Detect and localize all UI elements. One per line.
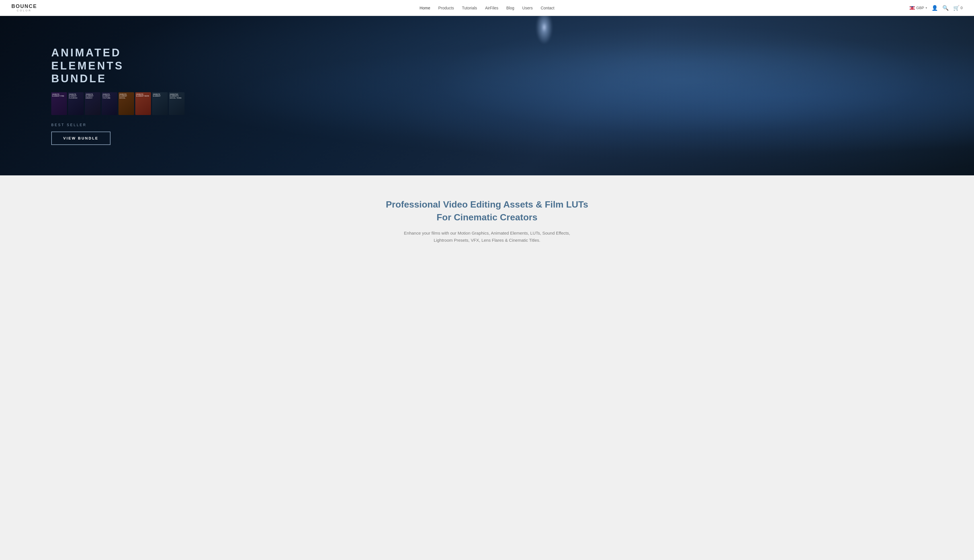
nav-link-products[interactable]: Products: [438, 6, 454, 10]
nav-item-airfiles[interactable]: AirFiles: [485, 5, 499, 10]
product-box-label-0: ANIMATE ELEMENT FINE: [52, 93, 66, 97]
product-box-6[interactable]: ANIMATE ELEMENT: [152, 92, 168, 115]
product-box-label-2: ANIMATE ELEMENT ENERGY: [86, 93, 100, 99]
cart-count: 0: [961, 6, 962, 10]
nav-link-airfiles[interactable]: AirFiles: [485, 6, 499, 10]
nav-links: Home Products Tutorials AirFiles Blog Us…: [420, 5, 554, 10]
cart-button[interactable]: 🛒 0: [953, 5, 962, 11]
product-box-0[interactable]: ANIMATE ELEMENT FINE: [51, 92, 67, 115]
hero-light-glow: [536, 16, 553, 44]
hero-title-line2: BUNDLE: [51, 73, 107, 85]
product-box-label-1: ANIMATE ELEMENT FLOURISH: [69, 93, 83, 99]
hero-title-line1: ANIMATED ELEMENTS: [51, 47, 124, 72]
logo-main: BOUNCE: [12, 4, 37, 9]
cart-icon: 🛒: [953, 5, 959, 11]
product-box-4[interactable]: ANIMATE ELEMENT SOCIAL: [118, 92, 134, 115]
currency-chevron-icon: ▾: [926, 6, 927, 9]
logo[interactable]: BOUNCE COLOR: [12, 4, 37, 12]
hero-content: ANIMATED ELEMENTS BUNDLE ANIMATE ELEMENT…: [51, 47, 185, 145]
hero-badge: BEST SELLER: [51, 123, 185, 127]
below-fold-subtitle: Enhance your films with our Motion Graph…: [396, 230, 578, 244]
user-icon[interactable]: 👤: [932, 5, 938, 11]
product-box-label-5: ANIMATE ELEMENT NEON: [136, 93, 150, 97]
nav-link-blog[interactable]: Blog: [506, 6, 514, 10]
product-box-label-3: ANIMATE ELEMENT YOUTUBE: [103, 93, 117, 99]
nav-link-tutorials[interactable]: Tutorials: [462, 6, 477, 10]
logo-sub: COLOR: [12, 9, 37, 12]
nav-item-contact[interactable]: Contact: [540, 5, 554, 10]
below-fold-title-line: Professional Video Editing Assets & Film…: [386, 199, 589, 210]
product-box-7[interactable]: ANIMATED ELEMENTS SOCIAL TKING: [169, 92, 185, 115]
nav-link-users[interactable]: Users: [522, 6, 533, 10]
product-box-label-7: ANIMATED ELEMENTS SOCIAL TKING: [170, 93, 184, 99]
hero-camera-bg: [244, 16, 974, 175]
search-icon[interactable]: 🔍: [942, 5, 949, 11]
product-box-5[interactable]: ANIMATE ELEMENT NEON: [135, 92, 151, 115]
flag-icon-gbp: [910, 6, 915, 10]
currency-label: GBP: [916, 6, 924, 10]
product-box-2[interactable]: ANIMATE ELEMENT ENERGY: [85, 92, 100, 115]
nav-item-tutorials[interactable]: Tutorials: [462, 5, 477, 10]
nav-link-home[interactable]: Home: [420, 6, 430, 10]
below-fold-title: Professional Video Editing Assets & Film…: [6, 198, 968, 224]
product-box-3[interactable]: ANIMATE ELEMENT YOUTUBE: [102, 92, 117, 115]
hero-title: ANIMATED ELEMENTS BUNDLE: [51, 47, 165, 85]
below-fold-title-line: For Cinematic Creators: [437, 212, 537, 222]
product-box-label-6: ANIMATE ELEMENT: [153, 93, 167, 97]
nav-item-users[interactable]: Users: [522, 5, 533, 10]
nav-item-blog[interactable]: Blog: [506, 5, 514, 10]
view-bundle-button[interactable]: VIEW BUNDLE: [51, 132, 110, 145]
hero-products-row: ANIMATE ELEMENT FINEANIMATE ELEMENT FLOU…: [51, 92, 185, 115]
navbar: BOUNCE COLOR Home Products Tutorials Air…: [0, 0, 974, 16]
nav-right: GBP ▾ 👤 🔍 🛒 0: [910, 5, 962, 11]
nav-item-home[interactable]: Home: [420, 5, 430, 10]
product-box-label-4: ANIMATE ELEMENT SOCIAL: [119, 93, 133, 99]
nav-link-contact[interactable]: Contact: [540, 6, 554, 10]
below-fold-section: Professional Video Editing Assets & Film…: [0, 175, 974, 261]
nav-item-products[interactable]: Products: [438, 5, 454, 10]
product-box-1[interactable]: ANIMATE ELEMENT FLOURISH: [68, 92, 84, 115]
currency-selector[interactable]: GBP ▾: [910, 6, 927, 10]
hero-section: ANIMATED ELEMENTS BUNDLE ANIMATE ELEMENT…: [0, 16, 974, 175]
